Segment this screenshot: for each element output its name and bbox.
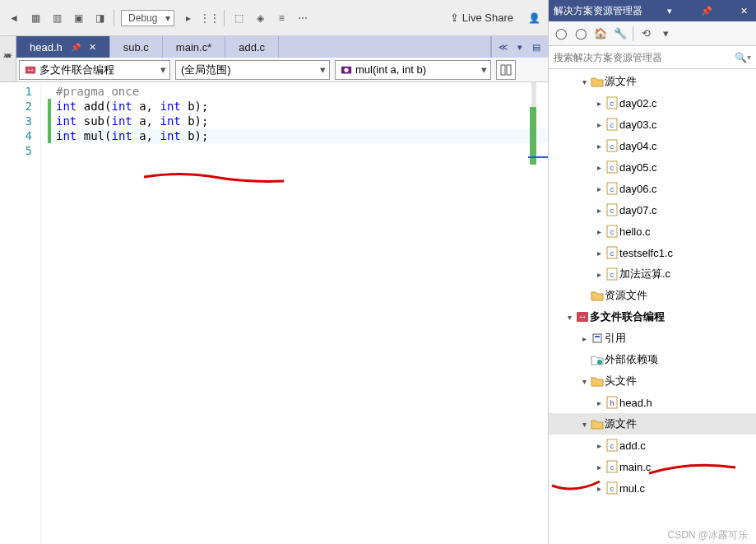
tab-sub-c[interactable]: sub.c	[110, 36, 163, 58]
close-icon[interactable]: ✕	[89, 42, 96, 53]
home-icon[interactable]: 🏠	[593, 26, 608, 41]
user-icon[interactable]: 👤	[526, 11, 541, 26]
toolbar-icon[interactable]: ◈	[253, 11, 267, 26]
code-line[interactable]: int add(int a, int b);	[48, 99, 548, 114]
expand-icon[interactable]: ▸	[593, 99, 605, 108]
configuration-dropdown[interactable]: Debug	[121, 10, 174, 26]
tree-item-label: mul.c	[619, 482, 645, 495]
tree-item[interactable]: ▸cday05.c	[549, 156, 756, 178]
toolbar-icon[interactable]: ▸	[181, 11, 196, 26]
scope-dropdown[interactable]: (全局范围)	[175, 60, 330, 80]
back-icon[interactable]: ◯	[554, 26, 568, 41]
expand-icon[interactable]: ▸	[593, 142, 605, 151]
tree-item[interactable]: ▸hhead.h	[549, 392, 756, 413]
expand-icon[interactable]: ▸	[593, 463, 605, 472]
tree-item[interactable]: ▸引用	[549, 328, 756, 349]
expand-icon[interactable]: ▸	[593, 249, 605, 258]
tree-item[interactable]: ▸c加法运算.c	[549, 263, 756, 285]
svg-text:c: c	[610, 142, 615, 151]
forward-icon[interactable]: ◯	[573, 26, 588, 41]
dropdown-icon[interactable]: ▾	[664, 6, 675, 16]
tree-item[interactable]: ▾头文件	[549, 370, 756, 392]
code-line[interactable]: int sub(int a, int b);	[48, 114, 548, 128]
tree-item[interactable]: ▸ctestselfc1.c	[549, 242, 756, 263]
pin-icon[interactable]: 📌	[71, 43, 81, 52]
tree-item-label: day05.c	[619, 161, 657, 174]
tree-item[interactable]: ▾++多文件联合编程	[549, 306, 756, 328]
toolbar-icon[interactable]: ◨	[92, 11, 107, 26]
code-line[interactable]: #pragma once	[48, 84, 548, 99]
tree-item-label: add.c	[619, 439, 646, 452]
code-editor[interactable]: 1 2 3 4 5 #pragma once int add(int a, in…	[0, 82, 548, 544]
tree-item[interactable]: ▸cday06.c	[549, 178, 756, 199]
tree-item[interactable]: 资源文件	[549, 285, 756, 306]
scrollbar-overview[interactable]	[531, 82, 536, 107]
tree-item[interactable]: ▾源文件	[549, 413, 756, 435]
search-input[interactable]	[554, 52, 735, 63]
tab-add-c[interactable]: add.c	[225, 36, 279, 58]
tree-item[interactable]: ▸cday04.c	[549, 135, 756, 156]
toolbox-vertical-tab[interactable]: 工具箱	[0, 36, 16, 58]
expand-icon[interactable]: ▸	[593, 484, 605, 493]
tree-item[interactable]: ▸cday03.c	[549, 114, 756, 135]
expand-icon[interactable]: ▸	[593, 227, 605, 236]
close-icon[interactable]: ✕	[737, 6, 751, 16]
svg-rect-4	[501, 65, 505, 75]
tab-main-c[interactable]: main.c*	[163, 36, 225, 58]
sync-icon[interactable]: ⟲	[638, 26, 653, 41]
live-share-button[interactable]: ⇪ Live Share	[447, 12, 513, 24]
tree-item[interactable]: ▸cadd.c	[549, 435, 756, 456]
dropdown-icon[interactable]: ▾	[747, 53, 751, 62]
toolbar-icon[interactable]: ▦	[28, 11, 43, 26]
toolbar-icon[interactable]: ▣	[71, 11, 86, 26]
pin-icon[interactable]: 📌	[698, 6, 716, 16]
toolbar-icon[interactable]: ⋯	[295, 11, 310, 26]
toolbar-icon[interactable]: ⋮⋮	[202, 11, 217, 26]
toolbar-icon[interactable]: ≡	[274, 11, 289, 26]
expand-icon[interactable]: ▸	[578, 334, 590, 343]
code-line[interactable]: int mul(int a, int b);	[48, 128, 548, 143]
expand-icon[interactable]: ▸	[593, 441, 605, 450]
tree-item-label: day06.c	[619, 183, 657, 195]
tree-item-label: main.c	[619, 461, 651, 473]
expand-icon[interactable]: ▸	[593, 163, 605, 172]
svg-rect-27	[595, 336, 600, 337]
window-icon[interactable]: ▤	[530, 40, 543, 53]
tree-item[interactable]: ▸cmul.c	[549, 477, 756, 499]
toolbar-icon[interactable]: ▥	[49, 11, 64, 26]
split-editor-button[interactable]	[496, 60, 516, 80]
panel-toolbar: ◯ ◯ 🏠 🔧 ⟲ ▾	[549, 21, 756, 46]
member-dropdown[interactable]: mul(int a, int b)	[335, 60, 491, 80]
dropdown-icon[interactable]: ▾	[513, 40, 526, 53]
toolbar-icon[interactable]: ⬚	[231, 11, 246, 26]
tree-item[interactable]: ▸cday07.c	[549, 199, 756, 221]
expand-icon[interactable]: ▾	[578, 420, 590, 429]
expand-icon[interactable]: ▸	[593, 398, 605, 407]
code-body[interactable]: #pragma once int add(int a, int b); int …	[41, 82, 548, 544]
tree-item[interactable]: 外部依赖项	[549, 349, 756, 370]
overflow-icon[interactable]: ≪	[497, 40, 510, 53]
panel-search: 🔍 ▾	[549, 46, 756, 69]
expand-icon[interactable]: ▾	[564, 313, 575, 322]
dropdown-icon[interactable]: ▾	[658, 26, 673, 41]
tree-item[interactable]: ▸cday02.c	[549, 92, 756, 114]
project-dropdown[interactable]: ++ 多文件联合编程	[19, 60, 170, 80]
tree-item[interactable]: ▾源文件	[549, 71, 756, 92]
expand-icon[interactable]: ▾	[578, 377, 590, 386]
solution-tree[interactable]: ▾源文件▸cday02.c▸cday03.c▸cday04.c▸cday05.c…	[549, 69, 756, 544]
expand-icon[interactable]: ▸	[593, 120, 605, 129]
switch-view-icon[interactable]: 🔧	[613, 26, 628, 41]
svg-text:++: ++	[27, 67, 34, 72]
expand-icon[interactable]: ▸	[593, 270, 605, 279]
expand-icon[interactable]: ▸	[593, 184, 605, 193]
red-annotation	[140, 165, 288, 189]
tab-head-h[interactable]: head.h 📌 ✕	[16, 36, 110, 58]
h-icon: h	[605, 396, 619, 409]
search-icon[interactable]: 🔍	[735, 52, 747, 63]
back-icon[interactable]: ◄	[7, 11, 21, 26]
tree-item[interactable]: ▸chello.c	[549, 221, 756, 242]
tree-item-label: testselfc1.c	[619, 247, 673, 259]
tree-item[interactable]: ▸cmain.c	[549, 456, 756, 477]
expand-icon[interactable]: ▾	[578, 77, 590, 86]
expand-icon[interactable]: ▸	[593, 206, 605, 215]
